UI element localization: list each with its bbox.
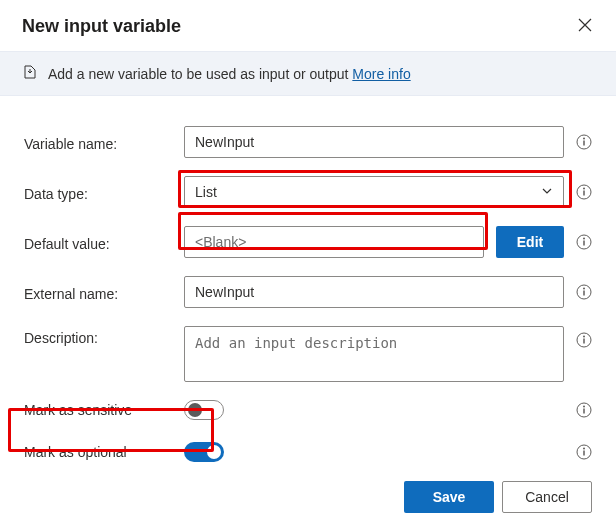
info-icon[interactable] [576,402,592,418]
svg-rect-8 [583,241,585,246]
svg-point-4 [583,188,585,190]
svg-point-7 [583,238,585,240]
info-icon[interactable] [576,284,592,300]
label-variable-name: Variable name: [24,132,184,152]
dialog-footer: Save Cancel [404,481,592,513]
description-input[interactable] [184,326,564,382]
row-mark-sensitive: Mark as sensitive [24,400,592,420]
label-mark-sensitive: Mark as sensitive [24,402,184,418]
row-description: Description: [24,326,592,382]
row-mark-optional: Mark as optional [24,442,592,462]
save-button[interactable]: Save [404,481,494,513]
close-button[interactable] [574,14,596,39]
data-type-value: List [195,184,217,200]
mark-sensitive-toggle[interactable] [184,400,224,420]
info-icon[interactable] [576,184,592,200]
label-description: Description: [24,326,184,346]
label-default-value: Default value: [24,232,184,252]
label-external-name: External name: [24,282,184,302]
cancel-button[interactable]: Cancel [502,481,592,513]
row-external-name: External name: [24,276,592,308]
svg-rect-17 [583,409,585,414]
info-icon[interactable] [576,134,592,150]
svg-rect-11 [583,291,585,296]
data-type-select[interactable]: List [184,176,564,208]
row-data-type: Data type: List [24,176,592,208]
chevron-down-icon [541,184,553,200]
mark-optional-toggle[interactable] [184,442,224,462]
label-mark-optional: Mark as optional [24,444,184,460]
info-icon[interactable] [576,332,592,348]
info-icon[interactable] [576,444,592,460]
info-banner: Add a new variable to be used as input o… [0,51,616,96]
svg-point-19 [583,448,585,450]
svg-rect-20 [583,451,585,456]
variable-name-input[interactable] [184,126,564,158]
input-variable-icon [22,64,38,83]
default-value-display: <Blank> [184,226,484,258]
external-name-input[interactable] [184,276,564,308]
svg-rect-5 [583,191,585,196]
info-icon[interactable] [576,234,592,250]
label-data-type: Data type: [24,182,184,202]
svg-rect-14 [583,339,585,344]
svg-point-13 [583,336,585,338]
svg-point-10 [583,288,585,290]
dialog-title: New input variable [22,16,181,37]
svg-point-1 [583,138,585,140]
svg-point-16 [583,406,585,408]
row-default-value: Default value: <Blank> Edit [24,226,592,258]
new-input-variable-dialog: New input variable Add a new variable to… [0,0,616,529]
close-icon [578,20,592,35]
banner-text: Add a new variable to be used as input o… [48,66,411,82]
edit-default-button[interactable]: Edit [496,226,564,258]
dialog-header: New input variable [0,0,616,51]
more-info-link[interactable]: More info [352,66,410,82]
row-variable-name: Variable name: [24,126,592,158]
svg-rect-2 [583,141,585,146]
form-area: Variable name: Data type: List [0,96,616,472]
